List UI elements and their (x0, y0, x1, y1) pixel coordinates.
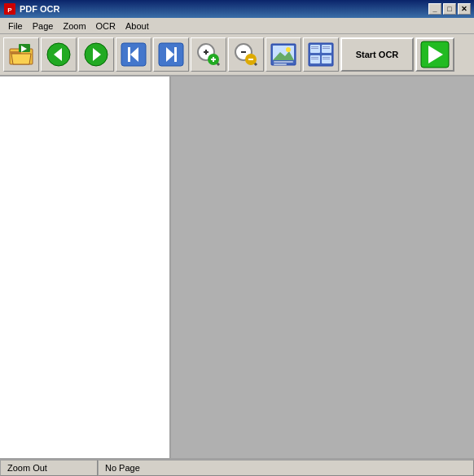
svg-rect-44 (311, 46, 318, 47)
minimize-button[interactable]: _ (428, 3, 441, 15)
svg-rect-37 (274, 61, 293, 63)
zoom-out-button[interactable] (228, 37, 264, 72)
menu-bar: File Page Zoom OCR About (0, 18, 474, 34)
prev-page-button[interactable] (41, 37, 77, 72)
last-page-button[interactable] (153, 37, 189, 72)
menu-page[interactable]: Page (28, 20, 59, 33)
menu-about[interactable]: About (121, 20, 154, 33)
preview-panel (171, 76, 474, 458)
start-ocr-button[interactable]: Start OCR (340, 37, 414, 72)
open-icon (8, 42, 34, 67)
title-bar-left: P PDF OCR (3, 2, 60, 15)
svg-rect-47 (323, 48, 330, 49)
app-title: PDF OCR (20, 4, 60, 14)
main-area (0, 76, 474, 458)
zoom-in-button[interactable] (191, 37, 226, 72)
title-bar: P PDF OCR _ □ ✕ (0, 0, 474, 18)
svg-rect-48 (311, 57, 318, 58)
menu-ocr[interactable]: OCR (91, 20, 121, 33)
svg-rect-50 (323, 57, 330, 58)
status-bar: Zoom Out No Page (0, 458, 474, 476)
first-page-button[interactable] (116, 37, 151, 72)
page-status: No Page (98, 460, 474, 476)
svg-rect-45 (311, 48, 318, 49)
svg-rect-16 (128, 47, 130, 62)
page-label: No Page (105, 463, 140, 473)
zoom-label: Zoom Out (7, 463, 47, 473)
svg-rect-51 (323, 59, 330, 59)
menu-file[interactable]: File (3, 20, 28, 33)
view-all-button[interactable] (303, 37, 339, 72)
go-icon (420, 41, 450, 68)
zoom-in-icon (195, 41, 222, 68)
toolbar: Start OCR (0, 34, 474, 76)
last-page-icon (158, 42, 184, 67)
next-page-button[interactable] (78, 37, 114, 72)
maximize-button[interactable]: □ (443, 3, 456, 15)
first-page-icon (121, 42, 147, 67)
svg-rect-49 (311, 59, 318, 59)
zoom-status: Zoom Out (0, 460, 98, 476)
svg-point-36 (286, 47, 291, 52)
svg-marker-5 (11, 54, 31, 64)
view-page-button[interactable] (266, 37, 301, 72)
go-button[interactable] (415, 37, 454, 72)
view-all-icon (308, 42, 334, 67)
svg-rect-46 (323, 46, 330, 47)
page-panel (0, 76, 171, 458)
prev-page-icon (46, 41, 72, 68)
menu-zoom[interactable]: Zoom (58, 20, 90, 33)
view-page-icon (270, 42, 296, 67)
svg-text:P: P (7, 7, 12, 14)
svg-rect-38 (274, 63, 287, 65)
svg-rect-19 (174, 47, 177, 62)
start-ocr-label: Start OCR (356, 50, 399, 59)
close-button[interactable]: ✕ (458, 3, 471, 15)
open-button[interactable] (3, 37, 39, 72)
app-icon: P (3, 2, 16, 15)
next-page-icon (83, 41, 109, 68)
zoom-out-icon (233, 41, 259, 68)
title-bar-controls: _ □ ✕ (428, 3, 471, 15)
